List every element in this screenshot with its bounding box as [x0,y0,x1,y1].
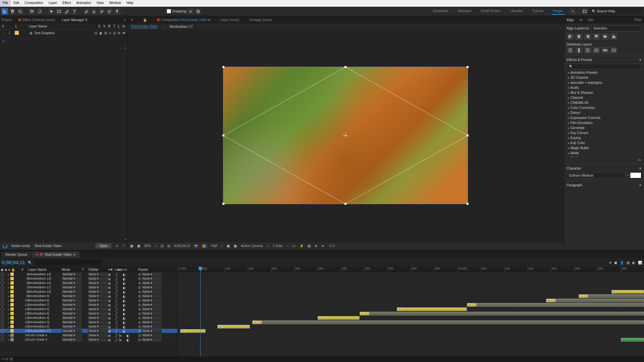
font-dropdown[interactable]: Gotham Medium [567,173,626,178]
snapshot-icon[interactable]: 📷 [194,244,198,248]
timeline-icon[interactable]: ▤ [308,244,311,248]
link-icon[interactable]: ⇄ [122,31,125,35]
timeline-clip-tail[interactable] [369,312,644,315]
timeline-clip[interactable]: In [217,325,250,328]
fx-icon[interactable]: fx [118,31,120,35]
tab-render-queue[interactable]: Render Queue [1,252,32,257]
res-half-icon[interactable]: ⊟ [167,244,170,248]
selection-tool[interactable] [1,8,8,15]
timeline-clip-tail[interactable] [555,299,644,302]
settings-icon[interactable]: ⚙ [115,244,118,248]
menu-edit[interactable]: Edit [11,0,22,7]
dist-right-icon[interactable] [610,47,618,54]
subtab-comp[interactable]: Real Estate Video [131,24,158,28]
timeline-track[interactable] [178,281,644,285]
grid-icon[interactable]: ▦ [130,244,133,248]
align-vcenter-icon[interactable] [601,33,609,40]
timeline-layer-row[interactable]: ▸ 11 [MonkeyBars 7] Normal ▾ None ▾ ⊕╱◐ … [0,303,177,307]
menu-animation[interactable]: Animation [73,0,94,7]
timeline-ruler[interactable]: 1:00s05s10s15s20s25s30s35s40s45s50s55s00… [178,267,644,272]
comp-mini-flowchart-icon[interactable]: ⋔ [609,261,611,264]
workspace-standard[interactable]: Standard [456,8,473,15]
timeline-track[interactable] [178,272,644,277]
tab-align[interactable]: Align [567,18,574,22]
timeline-track[interactable]: In [178,316,644,320]
workspace-libraries[interactable]: Libraries [508,8,524,15]
zoom-tool[interactable] [17,8,23,15]
camera-dropdown[interactable]: Active Camera [241,244,263,248]
menu-composition[interactable]: Composition [22,0,46,7]
playhead[interactable] [200,267,201,357]
timeline-layer-row[interactable]: ▸ 12 [MonkeyBars 6] Normal ▾ None ▾ ⊕╱◐ … [0,307,177,311]
tab-comp-timeline[interactable]: × Real Estate Video ≡ [32,252,80,257]
effect-category[interactable]: Expression Controls [567,115,641,120]
dist-vcenter-icon[interactable] [575,47,583,54]
roi-icon[interactable]: ▣ [227,244,230,248]
tab-info[interactable]: Info [588,18,594,22]
timeline-search-icon[interactable]: 🔍 [28,261,32,264]
timeline-track[interactable]: In [178,303,644,307]
timeline-layer-row[interactable]: ▸ 6 [MonkeyBars 12] Normal ▾ None ▾ ⊕╱◐ … [0,281,177,285]
effect-category[interactable]: Magic Bullet [567,145,641,150]
dist-bottom-icon[interactable] [584,47,591,54]
motion-blur-toggle-icon[interactable]: ◐ [632,261,635,264]
timeline-clip-tail[interactable] [262,320,644,324]
timeline-clip-tail[interactable] [588,294,644,298]
timeline-layer-row[interactable]: ▸ 7 [MonkeyBars 11] Normal ▾ None ▾ ⊕╱◐ … [0,285,177,290]
lock-tab-icon[interactable]: 🔒 [143,18,147,22]
shy-icon[interactable]: ≡ [109,31,111,35]
subtab-layer[interactable]: MonkeyBars 17 [169,25,193,28]
close-tab-icon[interactable]: × [131,18,133,22]
timeline-track[interactable]: In [178,329,644,333]
timeline-layer-row[interactable]: ▸ 9 [MonkeyBars 9] Normal ▾ None ▾ ⊕╱◐ ⊙… [0,294,177,298]
effect-category[interactable]: Film Emulation [567,120,641,125]
workspace-overflow[interactable]: » [570,8,576,15]
timeline-clip[interactable]: In [318,316,360,320]
layer-tab[interactable]: Layer (none) [220,18,239,22]
timeline-track[interactable]: In [178,290,644,294]
snap-icon-1[interactable] [187,8,194,15]
timeline-layer-row[interactable]: ▸ 16 [MonkeyBars 2] Normal ▾ None ▾ ⊕╱◐ … [0,324,177,329]
zoom-dropdown[interactable]: 50% [144,244,151,248]
eraser-tool[interactable] [98,8,105,15]
effect-category[interactable]: Koji Color [567,140,641,145]
tab-project[interactable]: Project [1,18,12,22]
help-icon[interactable]: ? [122,244,124,248]
timeline-clip[interactable]: In [397,307,467,311]
dist-hcenter-icon[interactable] [601,47,609,54]
align-right-icon[interactable] [584,33,591,40]
timeline-tracks[interactable]: 1:00s05s10s15s20s25s30s35s40s45s50s55s00… [178,267,644,357]
draft-3d-icon[interactable]: ▣ [614,261,617,264]
timeline-track[interactable]: In [178,320,644,324]
timeline-layer-row[interactable]: ▸ 8 [MonkeyBars 10] Normal ▾ None ▾ ⊕╱◐ … [0,290,177,294]
timeline-track[interactable]: In [178,298,644,303]
timeline-track[interactable] [178,333,644,338]
panel-menu-icon[interactable]: ≡ [124,18,126,22]
footage-tab[interactable]: Footage (none) [249,18,272,22]
align-to-dropdown[interactable]: Selection [591,25,641,31]
res-full-icon[interactable]: ⊡ [161,244,163,248]
type-tool[interactable] [71,8,78,15]
fill-color-swatch[interactable] [630,172,641,178]
footage-preview[interactable] [223,67,468,204]
shy-toggle-icon[interactable]: 👤 [620,261,624,264]
effect-category[interactable]: Matte [567,150,641,156]
effects-search[interactable]: 🔍 [567,64,641,69]
effect-category[interactable]: Blur & Sharpen [567,90,641,95]
align-bottom-icon[interactable] [610,33,618,40]
rectangle-tool[interactable] [56,8,62,15]
comp-name-breadcrumb[interactable]: Real Estate Video [180,18,207,22]
pen-tool[interactable] [63,8,70,15]
timeline-layer-row[interactable]: ▸ 17 [MonkeyBars 17] Normal ▾ None ▾ ⊕╱◐… [0,329,177,333]
effect-category[interactable]: Channel [567,95,641,100]
effect-category[interactable]: CINEMA 4D [567,100,641,105]
effect-category[interactable]: Animation Presets [567,70,641,75]
visibility-icon[interactable]: ◉ [99,31,102,35]
timeline-track[interactable] [178,277,644,281]
snap-icon-2[interactable] [195,8,202,15]
timeline-clip[interactable] [621,338,644,342]
close-icon[interactable]: × [2,31,4,35]
current-time[interactable]: 0;00;04;11 [2,260,25,265]
transparency-icon[interactable]: ▦ [234,244,237,248]
add-layer-icon[interactable]: + [2,38,5,44]
